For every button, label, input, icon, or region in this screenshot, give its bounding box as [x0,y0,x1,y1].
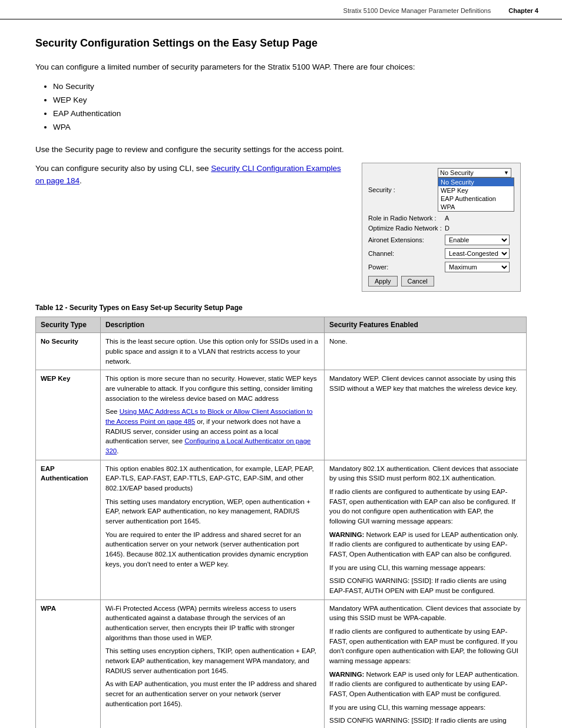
feat-eap: Mandatory 802.1X authentication. Client … [325,460,527,599]
desc-wpa: Wi-Fi Protected Access (WPA) permits wir… [101,599,325,728]
type-eap: EAP Authentication [36,460,101,599]
dropdown-arrow-icon: ▼ [504,170,509,176]
power-row: Power: Maximum [368,262,514,272]
security-dropdown-options: No Security WEP Key EAP Authentication W… [438,177,514,212]
channel-control[interactable]: Least-Congested [445,248,514,259]
cli-period: . [80,176,82,185]
security-selected-value: No Security [440,169,504,176]
optimize-label: Optimize Radio Network : [368,225,445,232]
col-header-type: Security Type [36,317,101,333]
security-dropdown[interactable]: No Security ▼ No Security WEP Key EAP Au… [438,168,514,212]
table-row: WEP Key This option is more secure than … [36,370,527,460]
optimize-control: D [445,225,514,232]
table-row: WPA Wi-Fi Protected Access (WPA) permits… [36,599,527,728]
col-header-description: Description [101,317,325,333]
bullet-item-3: EAP Authentication [53,107,527,121]
desc-eap: This option enables 802.1X authenticatio… [101,460,325,599]
table-row: No Security This is the least secure opt… [36,333,527,370]
bullet-item-4: WPA [53,121,527,134]
table-caption: Table 12 - Security Types on Easy Set-up… [35,304,527,312]
channel-row: Channel: Least-Congested [368,248,514,259]
feat-wep: Mandatory WEP. Client devices cannot ass… [325,370,527,460]
ui-widget-container: Security : No Security ▼ No Security WEP… [362,163,527,292]
optimize-row: Optimize Radio Network : D [368,225,514,232]
bullet-item-1: No Security [53,80,527,94]
feat-no-security: None. [325,333,527,370]
page-container: Stratix 5100 Device Manager Parameter De… [0,0,562,728]
option-wep-key[interactable]: WEP Key [438,186,514,195]
security-ui-widget: Security : No Security ▼ No Security WEP… [362,163,521,292]
power-select[interactable]: Maximum [445,262,510,272]
desc-wep: This option is more secure than no secur… [101,370,325,460]
security-row: Security : No Security ▼ No Security WEP… [368,168,514,212]
wep-link-1[interactable]: Using MAC Address ACLs to Block or Allow… [105,408,313,425]
type-no-security: No Security [36,333,101,370]
two-column-section: You can configure security also by using… [35,163,527,292]
power-label: Power: [368,263,445,271]
page-header: Stratix 5100 Device Manager Parameter De… [0,0,562,19]
header-title: Stratix 5100 Device Manager Parameter De… [343,7,491,14]
option-wpa[interactable]: WPA [438,203,514,211]
intro-paragraph-2: Use the Security page to review and conf… [35,144,527,156]
aironet-select[interactable]: Enable [445,235,510,245]
main-content: Security Configuration Settings on the E… [0,19,562,728]
button-row: Apply Cancel [368,276,514,286]
aironet-control[interactable]: Enable [445,235,514,245]
role-label: Role in Radio Network : [368,215,445,222]
table-row: EAP Authentication This option enables 8… [36,460,527,599]
role-value: A [445,215,449,222]
role-control: A [445,215,514,222]
bullet-item-2: WEP Key [53,94,527,107]
wep-link-2[interactable]: Configuring a Local Authenticator on pag… [105,437,310,454]
role-row: Role in Radio Network : A [368,215,514,222]
channel-select[interactable]: Least-Congested [445,248,510,259]
intro-paragraph-1: You can configure a limited number of se… [35,61,527,73]
section-title: Security Configuration Settings on the E… [35,37,527,50]
desc-no-security: This is the least secure option. Use thi… [101,333,325,370]
cancel-button[interactable]: Cancel [401,276,434,286]
option-eap-auth[interactable]: EAP Authentication [438,195,514,203]
aironet-label: Aironet Extensions: [368,236,445,243]
aironet-row: Aironet Extensions: Enable [368,235,514,245]
header-chapter: Chapter 4 [508,7,538,14]
feat-wpa: Mandatory WPA authentication. Client dev… [325,599,527,728]
power-control[interactable]: Maximum [445,262,514,272]
security-label: Security : [368,186,438,193]
type-wpa: WPA [36,599,101,728]
cli-intro-text: You can configure security also by using… [35,164,211,173]
bullet-list: No Security WEP Key EAP Authentication W… [53,80,527,134]
apply-button[interactable]: Apply [368,276,398,286]
col-header-features: Security Features Enabled [325,317,527,333]
table-header-row: Security Type Description Security Featu… [36,317,527,333]
option-no-security[interactable]: No Security [438,178,514,186]
security-types-table: Security Type Description Security Featu… [35,317,527,728]
type-wep: WEP Key [36,370,101,460]
optimize-value: D [445,225,449,232]
cli-text-block: You can configure security also by using… [35,163,350,187]
channel-label: Channel: [368,250,445,257]
